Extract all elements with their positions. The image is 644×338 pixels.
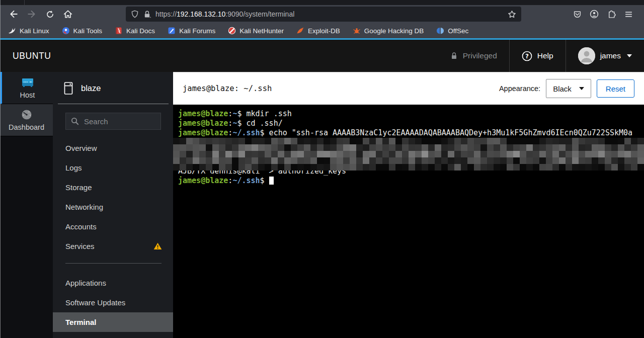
sidebar-item-storage[interactable]: Storage bbox=[53, 178, 173, 197]
bookmark-star-icon[interactable] bbox=[508, 10, 516, 19]
bookmark-item[interactable]: Kali Docs bbox=[115, 27, 155, 35]
back-icon bbox=[9, 10, 18, 19]
caret-down-icon bbox=[627, 54, 632, 57]
bookmark-item[interactable]: OffSec bbox=[436, 27, 468, 35]
nav-divider bbox=[65, 263, 162, 264]
bookmark-label: Google Hacking DB bbox=[364, 27, 424, 35]
bookmark-item[interactable]: Google Hacking DB bbox=[353, 27, 424, 35]
tab-strip bbox=[0, 0, 644, 5]
pocket-button[interactable] bbox=[570, 7, 585, 22]
sidebar-item-label: Terminal bbox=[65, 318, 96, 326]
exploit-db-icon bbox=[296, 27, 304, 35]
nav-primary: OverviewLogsStorageNetworkingAccountsSer… bbox=[53, 138, 173, 256]
sidebar-item-networking[interactable]: Networking bbox=[53, 197, 173, 217]
extensions-icon bbox=[607, 10, 616, 19]
brand-title: UBUNTU bbox=[13, 51, 51, 61]
shield-icon[interactable] bbox=[131, 10, 139, 18]
sidebar-item-label: Accounts bbox=[65, 222, 97, 231]
sidebar-rail: Host Dashboard bbox=[0, 72, 53, 338]
lock-icon bbox=[450, 52, 458, 60]
search-icon bbox=[71, 117, 79, 125]
nav-secondary: ApplicationsSoftware UpdatesTerminal bbox=[53, 273, 173, 332]
bookmark-item[interactable]: Exploit-DB bbox=[296, 27, 340, 35]
sidebar-item-label: Logs bbox=[65, 163, 82, 172]
toolbar-right bbox=[570, 7, 638, 22]
menu-button[interactable] bbox=[621, 7, 636, 22]
bookmark-item[interactable]: Kali NetHunter bbox=[228, 27, 284, 35]
sidebar-item-overview[interactable]: Overview bbox=[53, 138, 173, 158]
redacted-ssh-key bbox=[173, 138, 644, 166]
url-scheme: https:// bbox=[155, 10, 177, 18]
url-bar[interactable]: https://192.168.132.10:9090/system/termi… bbox=[126, 7, 521, 22]
bookmark-label: Kali Forums bbox=[179, 27, 215, 35]
sidebar-item-logs[interactable]: Logs bbox=[53, 158, 173, 178]
help-menu[interactable]: ? Help bbox=[509, 40, 566, 72]
terminal-cursor bbox=[269, 177, 274, 185]
home-button[interactable] bbox=[60, 7, 75, 22]
bookmark-label: Kali NetHunter bbox=[239, 27, 284, 35]
sidebar-item-services[interactable]: Services bbox=[53, 236, 173, 256]
sidebar-item-label: Storage bbox=[65, 183, 92, 192]
browser-toolbar: https://192.168.132.10:9090/system/termi… bbox=[0, 5, 644, 23]
url-path: :9090/system/terminal bbox=[225, 10, 294, 18]
sidebar-item-terminal[interactable]: Terminal bbox=[53, 312, 173, 332]
privileged-label: Privileged bbox=[463, 51, 497, 60]
forward-button[interactable] bbox=[24, 7, 39, 22]
url-text: https://192.168.132.10:9090/system/termi… bbox=[155, 10, 294, 18]
kali-tools-icon bbox=[62, 27, 70, 35]
host-server-icon bbox=[63, 81, 74, 95]
sidebar-item-software-updates[interactable]: Software Updates bbox=[53, 293, 173, 312]
back-button[interactable] bbox=[6, 7, 21, 22]
select-caret-icon bbox=[579, 87, 584, 90]
rail-host-label: Host bbox=[20, 91, 35, 99]
user-menu[interactable]: james bbox=[566, 40, 644, 72]
masthead: UBUNTU Privileged ? Help james bbox=[0, 40, 644, 72]
terminal-line: james@blaze:~$ cd .ssh/ bbox=[178, 119, 639, 128]
sidebar-item-applications[interactable]: Applications bbox=[53, 273, 173, 293]
host-name: blaze bbox=[81, 83, 101, 93]
browser-chrome: https://192.168.132.10:9090/system/termi… bbox=[0, 0, 644, 40]
sidebar-item-accounts[interactable]: Accounts bbox=[53, 217, 173, 236]
account-button[interactable] bbox=[587, 7, 602, 22]
sidebar-menu: blaze Search OverviewLogsStorageNetworki… bbox=[53, 72, 173, 338]
account-icon bbox=[590, 10, 599, 19]
rail-item-host[interactable]: Host bbox=[0, 72, 53, 104]
bookmarks-bar: Kali LinuxKali ToolsKali DocsKali Forums… bbox=[0, 23, 644, 38]
terminal-line: james@blaze:~$ mkdir .ssh bbox=[178, 109, 639, 119]
reload-icon bbox=[46, 10, 54, 19]
bookmark-label: Kali Linux bbox=[20, 27, 49, 35]
bookmark-item[interactable]: Kali Tools bbox=[62, 27, 103, 35]
host-heading: blaze bbox=[53, 72, 173, 104]
sidebar-item-label: Software Updates bbox=[65, 298, 125, 307]
gauge-icon bbox=[21, 109, 33, 121]
bookmark-item[interactable]: Kali Linux bbox=[8, 27, 49, 35]
bookmark-label: Kali Tools bbox=[73, 27, 103, 35]
terminal-line: james@blaze:~/.ssh$ echo "ssh-rsa AAAAB3… bbox=[178, 128, 639, 138]
terminal-screen[interactable]: james@blaze:~$ mkdir .sshjames@blaze:~$ … bbox=[173, 105, 644, 338]
bookmark-item[interactable]: Kali Forums bbox=[168, 27, 215, 35]
question-circle-icon: ? bbox=[522, 51, 532, 61]
forward-icon bbox=[27, 10, 36, 19]
search-input[interactable]: Search bbox=[65, 113, 161, 130]
google-hacking-db-icon bbox=[353, 27, 361, 35]
terminal-header: james@blaze: ~/.ssh Appearance: Black Re… bbox=[173, 72, 644, 105]
lock-warning-icon[interactable] bbox=[143, 10, 151, 19]
home-icon bbox=[63, 10, 72, 19]
appearance-label: Appearance: bbox=[499, 84, 540, 93]
appearance-value: Black bbox=[553, 84, 572, 93]
bookmark-label: OffSec bbox=[448, 27, 468, 35]
reset-button[interactable]: Reset bbox=[597, 79, 634, 98]
bookmark-label: Kali Docs bbox=[126, 27, 155, 35]
extensions-button[interactable] bbox=[604, 7, 619, 22]
kali-docs-icon bbox=[115, 27, 123, 35]
bookmark-label: Exploit-DB bbox=[308, 27, 340, 35]
pocket-icon bbox=[573, 10, 582, 19]
privileged-indicator[interactable]: Privileged bbox=[438, 40, 509, 72]
appearance-select[interactable]: Black bbox=[546, 79, 591, 98]
rail-item-dashboard[interactable]: Dashboard bbox=[0, 104, 53, 136]
sidebar-item-label: Applications bbox=[65, 279, 106, 287]
reload-button[interactable] bbox=[42, 7, 57, 22]
search-placeholder: Search bbox=[84, 117, 108, 126]
sidebar-item-label: Services bbox=[65, 242, 95, 250]
kali-dragon-icon bbox=[8, 27, 16, 35]
